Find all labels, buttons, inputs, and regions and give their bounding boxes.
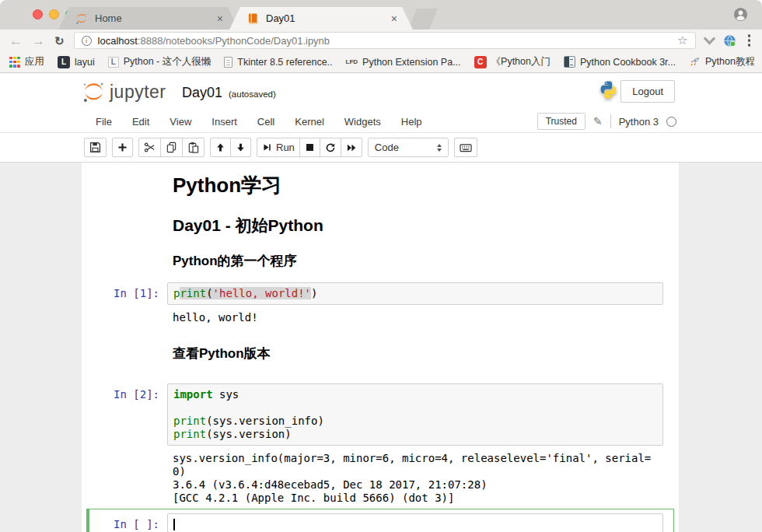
restart-run-all-button[interactable] <box>341 138 362 157</box>
menu-insert[interactable]: Insert <box>201 116 247 128</box>
code-input[interactable]: import sys print(sys.version_info) print… <box>167 383 663 446</box>
output-text: sys.version_info(major=3, minor=6, micro… <box>173 452 658 465</box>
cell-1-output: hello, world! <box>82 311 679 324</box>
move-cell-down-button[interactable] <box>230 138 251 157</box>
menu-edit[interactable]: Edit <box>122 116 159 128</box>
bookmark-layui[interactable]: L layui <box>58 56 95 68</box>
select-arrows-icon <box>437 144 442 152</box>
lfd-icon: LFD <box>346 58 358 65</box>
output-text: hello, world! <box>173 311 658 324</box>
menu-view[interactable]: View <box>159 116 201 128</box>
code-cell-2[interactable]: In [2]: import sys print(sys.version_inf… <box>82 383 679 446</box>
notebook-body: Python学习 Day01 - 初始Python Python的第一个程序 I… <box>0 163 762 532</box>
cell-type-value: Code <box>375 142 399 153</box>
code-input-empty[interactable] <box>167 513 663 532</box>
close-window-button[interactable] <box>33 9 43 19</box>
bookmark-python-extension[interactable]: LFD Python Extension Pa... <box>346 57 461 68</box>
logout-button[interactable]: Logout <box>620 80 675 103</box>
step-forward-icon <box>262 142 272 152</box>
tab-close-icon[interactable]: × <box>390 12 399 26</box>
code-cell-3-selected[interactable]: In [ ]: <box>86 509 674 532</box>
new-tab-button[interactable] <box>408 9 438 30</box>
tab-home[interactable]: Home × <box>58 7 239 30</box>
interrupt-kernel-button[interactable] <box>299 138 320 157</box>
tab-day01[interactable]: Day01 × <box>229 7 413 30</box>
book-icon <box>564 56 575 68</box>
address-bar: ← → ↻ i localhost:8888/notebooks/PythonC… <box>0 30 762 51</box>
letter-c-icon: C <box>474 56 487 68</box>
globe-extension-icon[interactable] <box>723 34 736 47</box>
tab-title: Home <box>95 12 215 24</box>
input-prompt: In [1]: <box>82 282 167 305</box>
letter-l-icon: L <box>108 57 119 68</box>
bookmark-label: layui <box>75 57 95 68</box>
restart-icon <box>325 142 336 153</box>
bookmark-label: Tkinter 8.5 reference.. <box>237 57 332 68</box>
kernel-name: Python 3 <box>619 116 659 128</box>
code-blank-line <box>173 401 657 415</box>
code-token: (sys.version) <box>206 428 292 440</box>
menu-widgets[interactable]: Widgets <box>334 116 391 128</box>
page-icon <box>224 57 232 68</box>
save-button[interactable] <box>84 138 107 157</box>
bookmark-python-lazy[interactable]: L Python - 这个人很懒 <box>108 55 211 68</box>
jupyter-logo-icon <box>82 80 106 104</box>
extension-v-icon[interactable] <box>703 32 715 44</box>
bookmark-label: 应用 <box>25 55 44 68</box>
bookmark-apps[interactable]: 应用 <box>9 55 44 68</box>
bookmark-python-tutorial[interactable]: Python教程 <box>689 55 755 68</box>
menu-kernel[interactable]: Kernel <box>285 116 334 128</box>
move-cell-up-button[interactable] <box>210 138 231 157</box>
markdown-heading-2: Day01 - 初始Python <box>173 215 679 236</box>
bookmark-tkinter[interactable]: Tkinter 8.5 reference.. <box>224 57 332 68</box>
trusted-badge[interactable]: Trusted <box>537 113 585 130</box>
notebook-menubar: File Edit View Insert Cell Kernel Widget… <box>0 110 762 133</box>
minimize-window-button[interactable] <box>49 9 59 19</box>
add-cell-button[interactable] <box>112 138 133 157</box>
copy-cell-button[interactable] <box>160 138 183 157</box>
back-icon[interactable]: ← <box>9 34 23 47</box>
apps-grid-icon <box>9 57 20 68</box>
paste-cell-button[interactable] <box>182 138 204 157</box>
output-text: 3.6.4 (v3.6.4:d48ecebad5, Dec 18 2017, 2… <box>173 478 658 492</box>
python-logo-icon <box>598 79 619 100</box>
pencil-icon: ✎ <box>593 115 603 128</box>
input-prompt: In [2]: <box>82 383 167 446</box>
cell-2-output: sys.version_info(major=3, minor=6, micro… <box>82 452 679 505</box>
command-palette-button[interactable] <box>454 138 477 157</box>
notebook-title[interactable]: Day01 <box>182 85 222 101</box>
cut-cell-button[interactable] <box>138 138 161 157</box>
restart-kernel-button[interactable] <box>320 138 341 157</box>
menu-cell[interactable]: Cell <box>247 116 285 128</box>
bookmark-cookbook[interactable]: Python Cookbook 3r... <box>564 56 676 68</box>
run-cell-button[interactable]: Run <box>257 138 300 157</box>
cell-type-dropdown[interactable]: Code <box>368 138 449 157</box>
url-path: :8888/notebooks/PythonCode/Day01.ipynb <box>138 35 330 47</box>
bookmark-label: Python - 这个人很懒 <box>124 55 211 68</box>
output-prompt <box>82 452 167 505</box>
url-field[interactable]: i localhost:8888/notebooks/PythonCode/Da… <box>74 32 696 49</box>
bookmarks-bar: 应用 L layui L Python - 这个人很懒 Tkinter 8.5 … <box>0 51 762 73</box>
url-text: localhost:8888/notebooks/PythonCode/Day0… <box>98 35 671 47</box>
page-info-icon[interactable]: i <box>82 36 92 46</box>
bookmark-python-intro[interactable]: C 《Python入门 <box>474 55 551 68</box>
output-text: [GCC 4.2.1 (Apple Inc. build 5666) (dot … <box>173 492 658 505</box>
browser-menu-icon[interactable] <box>746 34 753 47</box>
code-cell-1[interactable]: In [1]: print('hello, world!') <box>82 282 679 305</box>
menu-file[interactable]: File <box>86 116 122 128</box>
jupyter-header: jupyter Day01 (autosaved) Logout <box>0 73 762 110</box>
forward-icon[interactable]: → <box>32 34 45 47</box>
code-token: print <box>173 428 206 440</box>
menu-help[interactable]: Help <box>391 116 432 128</box>
tab-close-icon[interactable]: × <box>215 12 225 26</box>
profile-icon[interactable] <box>733 7 748 22</box>
jupyter-logo[interactable]: jupyter <box>82 80 166 104</box>
bookmark-label: 《Python入门 <box>491 55 551 68</box>
bookmark-star-icon[interactable]: ☆ <box>677 33 687 47</box>
paste-icon <box>187 142 199 153</box>
code-input[interactable]: print('hello, world!') <box>167 282 663 305</box>
reload-icon[interactable]: ↻ <box>54 35 65 47</box>
save-icon <box>89 142 101 153</box>
kernel-idle-icon <box>666 117 676 127</box>
bookmark-label: Python教程 <box>705 55 755 68</box>
